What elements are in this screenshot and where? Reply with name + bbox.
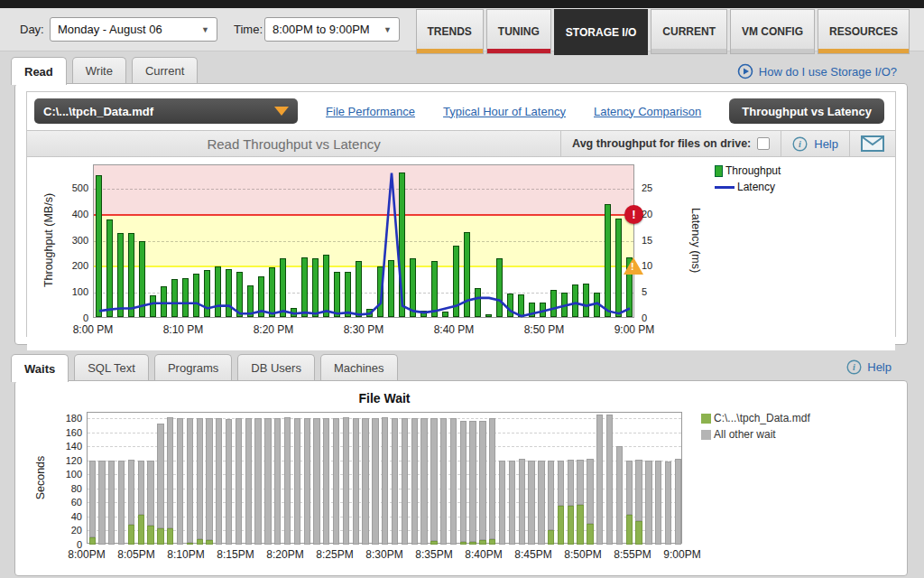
other-wait-segment bbox=[236, 418, 242, 545]
wait-bar bbox=[392, 413, 398, 545]
file-wait-segment bbox=[138, 515, 144, 545]
tab-storage-io[interactable]: STORAGE I/O bbox=[554, 9, 648, 55]
wait-bar bbox=[528, 413, 534, 545]
warning-triangle-icon[interactable]: ! bbox=[624, 257, 643, 275]
avg-throughput-checkbox[interactable] bbox=[757, 137, 770, 150]
tab-waits[interactable]: Waits bbox=[11, 354, 69, 382]
wait-bar bbox=[577, 413, 583, 545]
other-wait-segment bbox=[333, 418, 339, 545]
tab-vm-config[interactable]: VM CONFIG bbox=[730, 9, 815, 54]
header-bar: Day: Monday - August 06 ▼ Time: 8:00PM t… bbox=[0, 8, 924, 51]
wait-bar bbox=[333, 413, 339, 545]
wait-bar bbox=[157, 413, 163, 545]
wait-bar bbox=[616, 413, 623, 545]
tab-machines[interactable]: Machines bbox=[320, 354, 398, 381]
wait-bar bbox=[245, 413, 252, 545]
time-dropdown-value: 8:00PM to 9:00PM bbox=[273, 23, 370, 36]
wait-bar bbox=[460, 413, 467, 545]
waits-panel: File Wait Seconds 1801601401201008060402… bbox=[14, 380, 908, 576]
file-wait-segment bbox=[89, 537, 96, 545]
file-wait-segment bbox=[147, 526, 153, 545]
fw-y-tick: 100 bbox=[51, 469, 82, 480]
link-typical-hour-latency[interactable]: Typical Hour of Latency bbox=[443, 105, 566, 118]
other-wait-segment bbox=[157, 424, 163, 528]
email-cell[interactable] bbox=[849, 131, 895, 156]
file-selector-dropdown[interactable]: C:\...\tpch_Data.mdf bbox=[34, 98, 298, 124]
other-wait-segment bbox=[254, 418, 261, 545]
time-dropdown[interactable]: 8:00PM to 9:00PM ▼ bbox=[264, 17, 400, 42]
wait-bar bbox=[138, 413, 144, 545]
help-cell[interactable]: i Help bbox=[781, 131, 849, 156]
tab-current[interactable]: CURRENT bbox=[651, 9, 727, 54]
other-wait-segment bbox=[577, 460, 583, 505]
wait-bar bbox=[323, 413, 329, 545]
wait-bar bbox=[587, 413, 593, 545]
throughput-latency-chart: Throughput (MB/s) 5004003002001000 !! 25… bbox=[27, 157, 895, 350]
x-tick: 8:30 PM bbox=[344, 323, 384, 336]
other-wait-segment bbox=[167, 417, 173, 528]
other-wait-segment bbox=[177, 418, 183, 545]
y-tick-right: 25 bbox=[642, 182, 652, 193]
main-plot-area: !! bbox=[93, 164, 634, 318]
time-label: Time: bbox=[234, 23, 263, 36]
red-alert-icon[interactable]: ! bbox=[624, 205, 643, 224]
link-file-performance[interactable]: File Performance bbox=[326, 105, 415, 118]
avg-throughput-label: Avg throughput for files on drive: bbox=[572, 137, 751, 150]
other-wait-segment bbox=[264, 418, 271, 545]
fw-y-tick: 140 bbox=[51, 441, 82, 452]
help-link: Help bbox=[814, 137, 838, 151]
wait-bar bbox=[264, 413, 271, 545]
wait-bar bbox=[89, 413, 96, 545]
y-tick-left: 400 bbox=[58, 209, 88, 219]
fw-x-tick: 8:45PM bbox=[514, 548, 551, 561]
y-tick-right: 15 bbox=[642, 235, 652, 246]
file-wait-segment bbox=[469, 542, 476, 545]
wait-bar bbox=[509, 413, 515, 545]
waits-help-link[interactable]: i Help bbox=[846, 359, 892, 375]
y-tick-right: 0 bbox=[642, 312, 647, 323]
wait-bar bbox=[254, 413, 261, 545]
other-wait-segment bbox=[509, 461, 515, 545]
read-write-tabs: Read Write Current bbox=[11, 57, 203, 85]
y-tick-right: 5 bbox=[642, 286, 647, 297]
other-wait-segment bbox=[197, 418, 203, 539]
wait-bar bbox=[440, 413, 447, 545]
other-wait-segment bbox=[274, 418, 281, 545]
fw-x-tick: 8:55PM bbox=[614, 548, 651, 561]
day-dropdown[interactable]: Monday - August 06 ▼ bbox=[50, 17, 217, 42]
wait-bar bbox=[343, 413, 349, 545]
file-swatch bbox=[701, 414, 711, 424]
file-wait-segment bbox=[430, 541, 437, 545]
other-wait-segment bbox=[294, 418, 300, 545]
wait-bar bbox=[645, 413, 651, 545]
tab-trends[interactable]: TRENDS bbox=[416, 9, 484, 54]
tab-write[interactable]: Write bbox=[72, 57, 126, 84]
file-wait-segment bbox=[577, 505, 583, 545]
wait-bar bbox=[167, 413, 173, 545]
tab-tuning[interactable]: TUNING bbox=[486, 9, 551, 54]
file-wait-segment bbox=[635, 521, 642, 545]
wait-bar bbox=[606, 413, 613, 545]
storage-io-help-link[interactable]: How do I use Storage I/O? bbox=[737, 63, 897, 79]
other-wait-segment bbox=[343, 417, 349, 545]
tab-current-sub[interactable]: Current bbox=[132, 57, 198, 84]
throughput-vs-latency-button[interactable]: Throughput vs Latency bbox=[729, 98, 884, 124]
other-wait-segment bbox=[138, 461, 144, 516]
x-tick: 8:20 PM bbox=[254, 323, 294, 336]
x-tick: 8:50 PM bbox=[524, 323, 565, 336]
file-wait-title: File Wait bbox=[87, 391, 682, 406]
tab-db-users[interactable]: DB Users bbox=[237, 354, 315, 381]
read-panel-inner: C:\...\tpch_Data.mdf File Performance Ty… bbox=[26, 91, 896, 337]
wait-bar bbox=[568, 413, 574, 545]
tab-programs[interactable]: Programs bbox=[154, 354, 232, 381]
link-latency-comparison[interactable]: Latency Comparison bbox=[594, 105, 701, 118]
wait-bar bbox=[558, 413, 564, 545]
fw-legend: C:\...\tpch_Data.mdf All other wait bbox=[701, 412, 810, 444]
tab-read[interactable]: Read bbox=[11, 57, 67, 85]
other-wait-segment bbox=[284, 417, 291, 545]
tab-sql-text[interactable]: SQL Text bbox=[74, 354, 149, 381]
tab-resources[interactable]: RESOURCES bbox=[818, 9, 910, 54]
view-links: File Performance Typical Hour of Latency… bbox=[298, 105, 729, 118]
y-tick-right: 10 bbox=[642, 260, 652, 271]
top-black-strip bbox=[0, 0, 924, 8]
